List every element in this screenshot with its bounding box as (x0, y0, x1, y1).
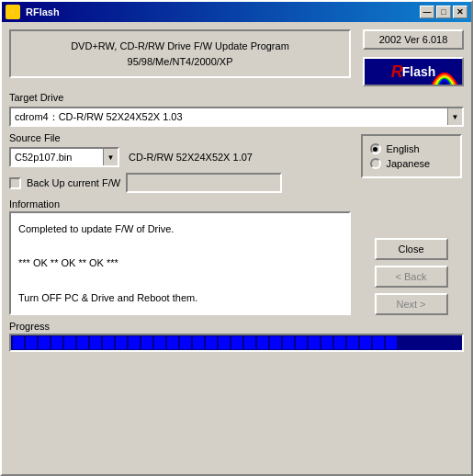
information-box: Completed to update F/W of Drive. *** OK… (9, 211, 351, 315)
seg30 (386, 336, 397, 349)
target-drive-label: Target Drive (9, 92, 464, 103)
rainbow-icon (431, 61, 458, 86)
seg26 (334, 336, 345, 349)
program-info-line1: DVD+RW, CD-R/RW Drive F/W Update Program (22, 39, 338, 54)
seg11 (141, 336, 152, 349)
seg27 (347, 336, 358, 349)
close-button[interactable]: Close (375, 238, 448, 260)
backup-checkbox[interactable] (9, 177, 21, 189)
seg14 (180, 336, 191, 349)
seg6 (77, 336, 88, 349)
info-line-4 (18, 272, 342, 289)
content-area: DVD+RW, CD-R/RW Drive F/W Update Program… (2, 22, 471, 474)
seg7 (90, 336, 101, 349)
seg21 (270, 336, 281, 349)
seg29 (373, 336, 384, 349)
target-drive-value: cdrom4：CD-R/RW 52X24X52X 1.03 (11, 110, 447, 124)
rflash-logo: R Flash (363, 57, 464, 86)
minimize-button[interactable]: — (420, 6, 434, 18)
middle-section: Source File C52p107.bin ▼ CD-R/RW 52X24X… (9, 132, 464, 315)
program-info-line2: 95/98/Me/NT4/2000/XP (22, 54, 338, 70)
seg5 (64, 336, 75, 349)
main-right-panel: English Japanese Close < Back Next > (358, 132, 464, 315)
backup-row: Back Up current F/W (9, 173, 351, 193)
radio-english-circle[interactable] (370, 143, 381, 154)
seg16 (206, 336, 217, 349)
seg19 (244, 336, 255, 349)
seg3 (39, 336, 50, 349)
backup-label: Back Up current F/W (27, 177, 120, 188)
main-window: ⚡ RFlash — □ ✕ DVD+RW, CD-R/RW Drive F/W… (0, 0, 473, 476)
progress-section: Progress (9, 321, 464, 352)
radio-english-label: English (387, 143, 420, 154)
seg17 (219, 336, 230, 349)
seg10 (129, 336, 140, 349)
title-bar: ⚡ RFlash — □ ✕ (2, 2, 471, 22)
information-section: Information Completed to update F/W of D… (9, 198, 351, 315)
source-file-info: CD-R/RW 52X24X52X 1.07 (125, 152, 256, 163)
maximize-button[interactable]: □ (436, 6, 451, 18)
app-icon: ⚡ (6, 5, 20, 19)
source-file-combobox[interactable]: C52p107.bin ▼ (9, 147, 119, 167)
title-bar-content: ⚡ RFlash (6, 5, 60, 19)
seg1 (13, 336, 24, 349)
language-group: English Japanese (361, 134, 462, 178)
info-line-3: *** OK ** OK ** OK *** (18, 255, 342, 272)
progress-bar (9, 334, 464, 352)
seg20 (257, 336, 268, 349)
source-file-row: C52p107.bin ▼ CD-R/RW 52X24X52X 1.07 (9, 147, 351, 167)
seg25 (321, 336, 332, 349)
main-left-panel: Source File C52p107.bin ▼ CD-R/RW 52X24X… (9, 132, 351, 315)
seg4 (51, 336, 62, 349)
progress-label: Progress (9, 321, 464, 332)
logo-r: R (391, 62, 402, 82)
information-label: Information (9, 198, 351, 210)
back-button[interactable]: < Back (375, 266, 448, 288)
info-line-1: Completed to update F/W of Drive. (18, 221, 342, 238)
title-buttons: — □ ✕ (420, 6, 467, 18)
target-drive-combobox[interactable]: cdrom4：CD-R/RW 52X24X52X 1.03 ▼ (9, 107, 464, 127)
source-file-label: Source File (9, 132, 351, 143)
seg18 (231, 336, 242, 349)
source-file-dropdown-btn[interactable]: ▼ (103, 149, 118, 165)
seg2 (26, 336, 37, 349)
close-window-button[interactable]: ✕ (453, 6, 467, 18)
target-drive-group: Target Drive cdrom4：CD-R/RW 52X24X52X 1.… (9, 92, 464, 127)
source-file-group: Source File C52p107.bin ▼ CD-R/RW 52X24X… (9, 132, 351, 167)
radio-english[interactable]: English (370, 143, 453, 154)
radio-japanese[interactable]: Japanese (370, 158, 453, 169)
info-line-5: Turn OFF PC & Drive and Reboot them. (18, 289, 342, 307)
seg8 (103, 336, 114, 349)
seg28 (360, 336, 371, 349)
right-top-panel: 2002 Ver 6.018 R Flash (358, 29, 464, 86)
program-info-box: DVD+RW, CD-R/RW Drive F/W Update Program… (9, 29, 351, 78)
action-buttons: Close < Back Next > (375, 238, 448, 315)
target-drive-dropdown-btn[interactable]: ▼ (447, 108, 462, 125)
seg24 (309, 336, 320, 349)
radio-japanese-label: Japanese (387, 158, 431, 169)
title-text: RFlash (26, 6, 60, 17)
seg22 (283, 336, 294, 349)
top-section: DVD+RW, CD-R/RW Drive F/W Update Program… (9, 29, 464, 86)
radio-japanese-circle[interactable] (370, 158, 381, 169)
seg15 (193, 336, 204, 349)
seg13 (167, 336, 178, 349)
seg12 (154, 336, 165, 349)
source-file-value: C52p107.bin (11, 152, 103, 163)
next-button[interactable]: Next > (375, 293, 448, 315)
version-badge: 2002 Ver 6.018 (363, 29, 464, 50)
seg9 (116, 336, 127, 349)
seg23 (296, 336, 307, 349)
backup-filename-field[interactable] (126, 173, 282, 193)
progress-segments (11, 334, 462, 351)
info-line-2 (18, 238, 342, 255)
